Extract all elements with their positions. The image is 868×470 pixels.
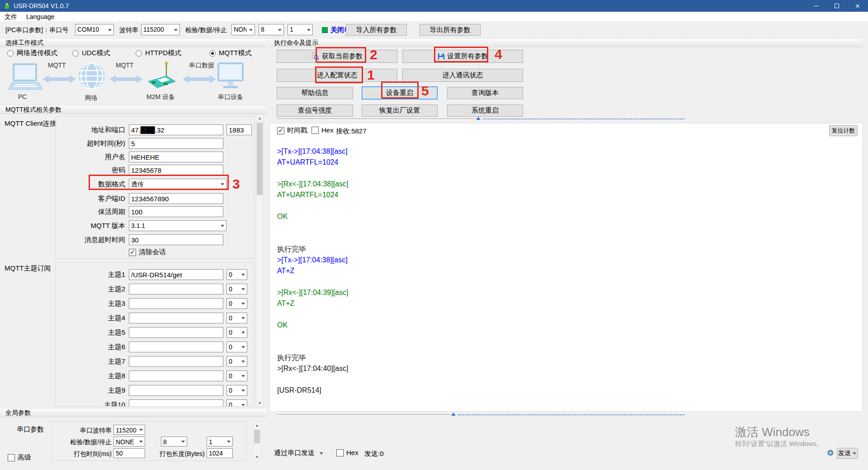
timeout-input[interactable] <box>129 138 223 149</box>
username-input[interactable] <box>129 152 223 162</box>
enter-comm-state-button[interactable]: 进入通讯状态 <box>402 69 523 82</box>
global-parity-select[interactable]: NONE <box>113 437 145 446</box>
topic-qos-select[interactable]: 0 <box>226 284 247 294</box>
stopbits-value: 1 <box>288 24 305 35</box>
log-line <box>277 200 858 211</box>
mqtt-version-select[interactable]: 3.1.1 <box>129 220 226 231</box>
log-hex-checkbox[interactable]: Hex <box>311 126 334 134</box>
client-id-input[interactable] <box>129 193 223 204</box>
password-input[interactable] <box>129 165 223 176</box>
topic-input[interactable] <box>129 269 223 280</box>
scroll-up-icon[interactable]: ▲ <box>254 422 260 429</box>
link2-label: MQTT <box>116 62 134 69</box>
topic-qos-select[interactable]: 0 <box>226 298 247 309</box>
radio-udc-mode[interactable]: UDC模式 <box>72 49 110 57</box>
keepalive-input[interactable] <box>129 206 223 217</box>
topic-qos-select[interactable]: 0 <box>226 399 247 407</box>
log-line: AT+Z <box>277 266 858 276</box>
global-baud-select[interactable]: 115200 <box>113 425 145 435</box>
chevron-down-icon <box>276 24 283 35</box>
port-input[interactable] <box>226 124 252 135</box>
topic-qos-select[interactable]: 0 <box>226 313 247 323</box>
packlen-input[interactable] <box>207 448 233 458</box>
chevron-down-icon <box>239 400 247 407</box>
password-label: 密码 <box>56 165 125 176</box>
topic-input[interactable] <box>129 342 223 352</box>
topic-qos-value: 0 <box>227 284 239 294</box>
factory-reset-button[interactable]: 恢复出厂设置 <box>362 104 438 117</box>
packtime-input[interactable] <box>113 448 145 458</box>
chevron-down-icon <box>179 437 187 446</box>
topic-input[interactable] <box>129 370 223 381</box>
topic-qos-select[interactable]: 0 <box>226 356 247 367</box>
topic-input[interactable] <box>129 356 223 367</box>
radio-transparent-mode[interactable]: 网络透传模式 <box>7 49 57 57</box>
send-button[interactable]: 发送 <box>837 448 858 459</box>
topic-qos-select[interactable]: 0 <box>226 269 247 280</box>
topic-row: 主题90 <box>56 385 254 396</box>
advanced-checkbox[interactable]: 高级 <box>8 453 31 462</box>
reset-count-button[interactable]: 复位计数 <box>829 125 858 136</box>
topic-qos-value: 0 <box>227 299 239 309</box>
maximize-button[interactable] <box>826 0 847 12</box>
global-stopbits-value: 1 <box>207 437 225 446</box>
topic-qos-select[interactable]: 0 <box>226 342 247 352</box>
chevron-down-icon <box>239 284 247 294</box>
topic-input[interactable] <box>129 298 223 309</box>
minimize-button[interactable] <box>806 0 826 12</box>
import-all-params-button[interactable]: 导入所有参数 <box>346 24 407 36</box>
log-output[interactable]: >[Tx->][17:04:38][asc]AT+UARTFL=1024 >[R… <box>277 146 858 396</box>
topic-qos-select[interactable]: 0 <box>226 385 247 396</box>
radio-mqtt-mode[interactable]: MQTT模式 <box>209 49 252 57</box>
log-line: >[Rx<-][17:04:40][asc] <box>277 363 858 374</box>
send-hex-checkbox[interactable]: Hex <box>336 449 359 456</box>
export-all-params-button[interactable]: 导出所有参数 <box>420 24 481 36</box>
databits-combo[interactable]: 8 <box>259 24 284 35</box>
node-m2m-label: M2M 设备 <box>146 93 175 101</box>
msg-timeout-input[interactable] <box>129 234 223 245</box>
scroll-down-icon[interactable]: ▼ <box>254 453 260 461</box>
log-line <box>277 309 858 320</box>
address-input[interactable] <box>129 124 223 135</box>
enter-comm-label: 进入通讯状态 <box>443 71 483 80</box>
radio-httpd-mode[interactable]: HTTPD模式 <box>136 49 181 57</box>
send-via-serial-dropdown[interactable]: 通过串口发送 <box>274 449 325 457</box>
stopbits-combo[interactable]: 1 <box>288 24 313 35</box>
com-port-combo[interactable]: COM10 <box>75 24 114 35</box>
slider-thumb-icon[interactable] <box>476 117 481 120</box>
topic-input[interactable] <box>129 284 223 294</box>
topic-input[interactable] <box>129 327 223 338</box>
scroll-up-icon[interactable]: ▲ <box>256 114 263 122</box>
mqtt-panel-scrollbar[interactable]: ▲ ▼ <box>256 114 264 407</box>
slider-thumb-icon[interactable] <box>451 413 456 416</box>
topic-qos-select[interactable]: 0 <box>226 370 247 381</box>
topic-input[interactable] <box>129 313 223 323</box>
topic-input[interactable] <box>129 385 223 396</box>
global-databits-select[interactable]: 8 <box>161 437 187 446</box>
clear-session-checkbox[interactable]: 清除会话 <box>129 248 166 256</box>
timestamp-checkbox[interactable]: 时间戳 <box>277 126 307 135</box>
close-icon: ✕ <box>855 3 860 9</box>
close-button[interactable]: ✕ <box>847 0 868 12</box>
global-panel-scrollbar[interactable]: ▲ ▼ <box>253 421 261 461</box>
help-info-button[interactable]: 帮助信息 <box>277 87 353 99</box>
parity-combo[interactable]: NONI <box>231 24 255 35</box>
system-reboot-button[interactable]: 系统重启 <box>447 104 523 117</box>
send-options-gear-icon[interactable] <box>826 449 835 457</box>
scrollbar-thumb[interactable] <box>257 123 263 195</box>
query-version-button[interactable]: 查询版本 <box>447 87 523 99</box>
topic-input[interactable] <box>129 399 223 407</box>
topic-label: 主题8 <box>56 370 125 381</box>
global-stopbits-select[interactable]: 1 <box>207 437 233 446</box>
menu-language[interactable]: Language <box>22 12 59 22</box>
topic-qos-select[interactable]: 0 <box>226 327 247 338</box>
scroll-down-icon[interactable]: ▼ <box>256 399 263 407</box>
baud-combo[interactable]: 115200 <box>141 24 180 35</box>
topic-row: 主题30 <box>56 298 254 309</box>
app-icon <box>4 3 10 9</box>
scrollbar-thumb[interactable] <box>254 430 260 443</box>
query-signal-button[interactable]: 查信号强度 <box>277 104 353 117</box>
help-info-label: 帮助信息 <box>302 89 329 97</box>
chevron-down-icon <box>137 437 145 446</box>
menu-file[interactable]: 文件 <box>0 12 22 22</box>
